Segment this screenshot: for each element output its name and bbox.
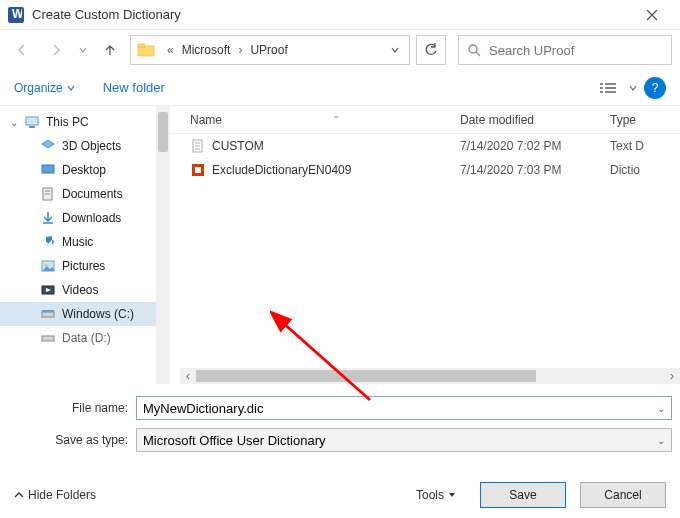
desktop-icon bbox=[40, 162, 56, 178]
breadcrumb-uproof[interactable]: UProof bbox=[250, 43, 287, 57]
view-dropdown[interactable] bbox=[626, 76, 640, 100]
chevron-down-icon[interactable]: ⌄ bbox=[657, 403, 665, 414]
svg-rect-17 bbox=[42, 165, 54, 173]
filename-label: File name: bbox=[8, 401, 136, 415]
file-list: Name⌃ Date modified Type CUSTOM 7/14/202… bbox=[170, 106, 680, 384]
organize-menu[interactable]: Organize bbox=[14, 81, 75, 95]
svg-rect-28 bbox=[42, 336, 54, 341]
hide-folders-toggle[interactable]: Hide Folders bbox=[14, 488, 96, 502]
tree-music[interactable]: Music bbox=[0, 230, 170, 254]
saveas-label: Save as type: bbox=[8, 433, 136, 447]
tree-videos[interactable]: Videos bbox=[0, 278, 170, 302]
tree-label: Pictures bbox=[62, 259, 105, 273]
svg-rect-9 bbox=[605, 83, 616, 85]
tree-this-pc[interactable]: This PC bbox=[0, 110, 170, 134]
tools-label: Tools bbox=[416, 488, 444, 502]
file-modified: 7/14/2020 7:03 PM bbox=[460, 163, 610, 177]
svg-rect-27 bbox=[42, 310, 54, 312]
tree-desktop[interactable]: Desktop bbox=[0, 158, 170, 182]
dialog-title: Create Custom Dictionary bbox=[32, 7, 632, 22]
tree-data-d[interactable]: Data (D:) bbox=[0, 326, 170, 350]
pictures-icon bbox=[40, 258, 56, 274]
scroll-right-icon[interactable]: › bbox=[664, 369, 680, 383]
up-button[interactable] bbox=[96, 36, 124, 64]
file-name: CUSTOM bbox=[212, 139, 264, 153]
svg-rect-14 bbox=[26, 117, 38, 125]
breadcrumb-microsoft[interactable]: Microsoft bbox=[182, 43, 231, 57]
svg-point-23 bbox=[45, 264, 48, 267]
filename-combo[interactable]: ⌄ bbox=[136, 396, 672, 420]
cancel-button[interactable]: Cancel bbox=[580, 482, 666, 508]
tree-label: Downloads bbox=[62, 211, 121, 225]
address-bar[interactable]: « Microsoft › UProof bbox=[130, 35, 410, 65]
tree-documents[interactable]: Documents bbox=[0, 182, 170, 206]
search-input[interactable] bbox=[489, 43, 663, 58]
tools-menu[interactable]: Tools bbox=[416, 488, 456, 502]
forward-button bbox=[42, 36, 70, 64]
tree-pictures[interactable]: Pictures bbox=[0, 254, 170, 278]
drive-icon bbox=[40, 330, 56, 346]
file-row[interactable]: CUSTOM 7/14/2020 7:02 PM Text D bbox=[170, 134, 680, 158]
chevron-down-icon[interactable]: ⌄ bbox=[657, 435, 665, 446]
search-box[interactable] bbox=[458, 35, 672, 65]
file-type: Text D bbox=[610, 139, 680, 153]
title-bar: W Create Custom Dictionary bbox=[0, 0, 680, 30]
folder-icon bbox=[137, 41, 155, 59]
chevron-right-icon: › bbox=[230, 43, 250, 57]
svg-rect-10 bbox=[600, 87, 603, 89]
nav-row: « Microsoft › UProof bbox=[0, 30, 680, 70]
refresh-button[interactable] bbox=[416, 35, 446, 65]
save-form: File name: ⌄ Save as type: ⌄ bbox=[0, 384, 680, 454]
svg-rect-15 bbox=[29, 126, 35, 128]
tree-scrollbar[interactable] bbox=[156, 106, 170, 384]
toolbar: Organize New folder ? bbox=[0, 70, 680, 106]
col-modified[interactable]: Date modified bbox=[460, 106, 610, 133]
downloads-icon bbox=[40, 210, 56, 226]
address-dropdown[interactable] bbox=[387, 46, 403, 54]
tree-3d-objects[interactable]: 3D Objects bbox=[0, 134, 170, 158]
folder-tree[interactable]: This PC 3D Objects Desktop Documents Dow… bbox=[0, 106, 170, 384]
file-row[interactable]: ExcludeDictionaryEN0409 7/14/2020 7:03 P… bbox=[170, 158, 680, 182]
tree-label: Desktop bbox=[62, 163, 106, 177]
save-button[interactable]: Save bbox=[480, 482, 566, 508]
saveas-input[interactable] bbox=[143, 433, 657, 448]
documents-icon bbox=[40, 186, 56, 202]
tree-label: Music bbox=[62, 235, 93, 249]
back-button bbox=[8, 36, 36, 64]
chevron-up-icon bbox=[14, 490, 24, 500]
drive-icon bbox=[40, 306, 56, 322]
tree-label: Data (D:) bbox=[62, 331, 111, 345]
file-name: ExcludeDictionaryEN0409 bbox=[212, 163, 351, 177]
videos-icon bbox=[40, 282, 56, 298]
svg-rect-26 bbox=[42, 312, 54, 317]
breadcrumb-sep: « bbox=[159, 43, 182, 57]
svg-text:W: W bbox=[12, 9, 22, 21]
tree-downloads[interactable]: Downloads bbox=[0, 206, 170, 230]
view-options[interactable] bbox=[594, 76, 622, 100]
col-name[interactable]: Name⌃ bbox=[170, 106, 460, 133]
column-headers[interactable]: Name⌃ Date modified Type bbox=[170, 106, 680, 134]
col-type[interactable]: Type bbox=[610, 106, 680, 133]
saveas-combo[interactable]: ⌄ bbox=[136, 428, 672, 452]
office-file-icon bbox=[190, 162, 206, 178]
close-button[interactable] bbox=[632, 0, 672, 30]
sort-indicator-icon: ⌃ bbox=[332, 114, 340, 125]
tree-windows-c[interactable]: Windows (C:) bbox=[0, 302, 170, 326]
tree-label: Windows (C:) bbox=[62, 307, 134, 321]
hide-folders-label: Hide Folders bbox=[28, 488, 96, 502]
svg-rect-11 bbox=[605, 87, 616, 89]
help-button[interactable]: ? bbox=[644, 77, 666, 99]
recent-dropdown[interactable] bbox=[76, 36, 90, 64]
scroll-left-icon[interactable]: ‹ bbox=[180, 369, 196, 383]
svg-rect-34 bbox=[195, 167, 201, 173]
music-icon bbox=[40, 234, 56, 250]
tree-label: This PC bbox=[46, 115, 89, 129]
pc-icon bbox=[24, 114, 40, 130]
new-folder-button[interactable]: New folder bbox=[103, 80, 165, 95]
svg-rect-4 bbox=[138, 46, 154, 56]
svg-rect-12 bbox=[600, 91, 603, 93]
filename-input[interactable] bbox=[143, 401, 657, 416]
file-modified: 7/14/2020 7:02 PM bbox=[460, 139, 610, 153]
horizontal-scrollbar[interactable]: ‹ › bbox=[180, 368, 680, 384]
chevron-down-icon bbox=[67, 84, 75, 92]
